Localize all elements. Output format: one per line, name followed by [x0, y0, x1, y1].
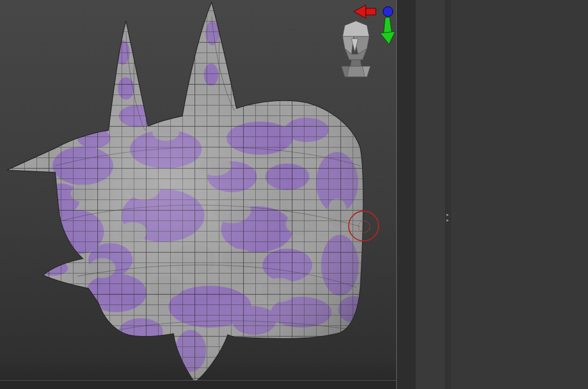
- floor-grid-band: [0, 381, 397, 389]
- sculpt-mesh: [0, 0, 397, 389]
- right-tray: 子工具 子工具可见数量4 ▼ START 2 cube_NewUVs1: [451, 0, 588, 389]
- axis-z-dot: [383, 7, 393, 17]
- axis-y-arrow: [380, 31, 395, 44]
- viewport-canvas[interactable]: [0, 0, 397, 389]
- brush-cursor: [348, 211, 379, 241]
- tray-chevron-icon: ▸: [447, 212, 449, 217]
- canvas-margin: [397, 0, 416, 389]
- tray-divider[interactable]: ▸ ▸: [445, 0, 451, 389]
- tray-chevron-icon: ▸: [447, 218, 449, 223]
- axis-x-arrow: [366, 8, 376, 15]
- right-shelf: 子像素 滚动 Zoom2D 100% AC50%: [416, 0, 445, 389]
- polyframe-head-icon: [338, 20, 374, 80]
- zbrush-app: 子像素 滚动 Zoom2D 100% AC50%: [0, 0, 588, 389]
